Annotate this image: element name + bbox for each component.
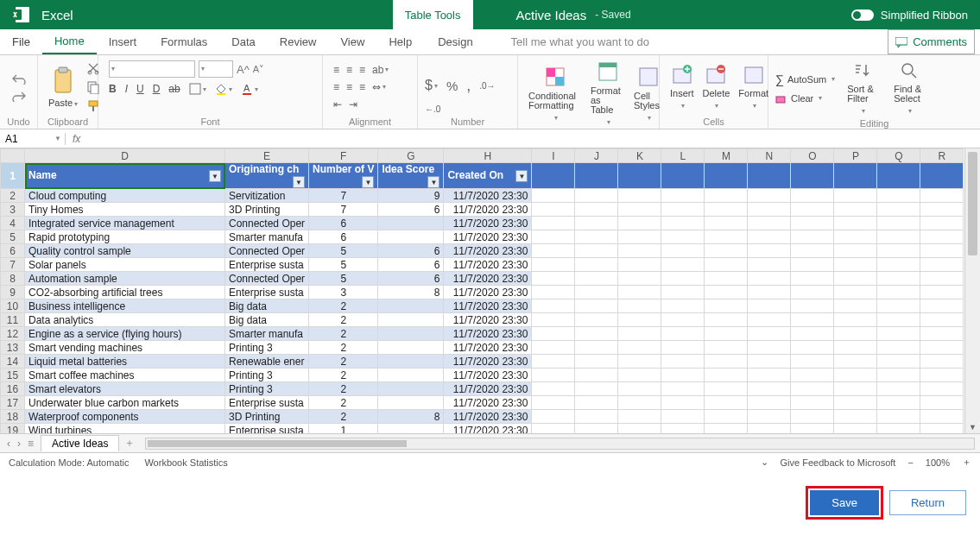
cell[interactable] — [661, 313, 705, 327]
name-box[interactable]: A1▼ — [0, 133, 66, 145]
cell[interactable] — [532, 355, 575, 369]
row-header[interactable]: 13 — [1, 341, 25, 355]
cell-name[interactable]: Automation sample — [25, 272, 225, 286]
cell[interactable] — [705, 341, 748, 355]
paste-button[interactable]: Paste — [45, 65, 81, 110]
tab-view[interactable]: View — [328, 29, 376, 54]
cell[interactable] — [532, 163, 575, 189]
cell[interactable] — [877, 369, 920, 382]
cell[interactable] — [532, 410, 575, 424]
cell[interactable] — [661, 424, 705, 434]
cell[interactable] — [834, 189, 877, 203]
tab-help[interactable]: Help — [376, 29, 424, 54]
tab-data[interactable]: Data — [219, 29, 267, 54]
align-middle-button[interactable]: ≡ — [346, 64, 352, 76]
cell[interactable] — [834, 272, 877, 286]
tab-home[interactable]: Home — [42, 29, 97, 54]
filter-icon[interactable]: ▼ — [293, 176, 305, 188]
cell[interactable] — [791, 189, 834, 203]
autosum-button[interactable]: ∑AutoSum — [775, 72, 835, 86]
cell[interactable] — [834, 244, 877, 258]
cell[interactable] — [661, 163, 705, 189]
align-bottom-button[interactable]: ≡ — [359, 64, 365, 76]
cell[interactable] — [532, 424, 575, 434]
cell-name[interactable]: Solar panels — [25, 258, 225, 272]
cell-votes[interactable]: 5 — [309, 258, 378, 272]
row-header[interactable]: 1 — [1, 163, 25, 189]
cell[interactable] — [705, 382, 748, 396]
increase-font-button[interactable]: A^ — [237, 60, 250, 78]
cell[interactable] — [618, 382, 661, 396]
cell[interactable] — [748, 396, 791, 410]
cell-name[interactable]: CO2-absorbing artificial trees — [25, 286, 225, 299]
cell[interactable] — [748, 382, 791, 396]
increase-indent-button[interactable]: ⇥ — [349, 98, 357, 110]
conditional-formatting-button[interactable]: Conditional Formatting — [525, 64, 585, 123]
cell[interactable] — [532, 189, 575, 203]
cell[interactable] — [877, 163, 920, 189]
cell[interactable] — [532, 369, 575, 382]
cell[interactable] — [920, 189, 964, 203]
cell[interactable] — [575, 299, 618, 313]
sheet-tab-active[interactable]: Active Ideas — [41, 435, 119, 451]
cell[interactable] — [618, 410, 661, 424]
cell[interactable] — [705, 410, 748, 424]
font-color-button[interactable]: A — [241, 83, 258, 95]
italic-button[interactable]: I — [125, 83, 128, 95]
cell-name[interactable]: Waterproof components — [25, 410, 225, 424]
format-cells-button[interactable]: Format — [735, 62, 772, 111]
cell[interactable] — [532, 258, 575, 272]
cell[interactable] — [791, 230, 834, 244]
cell-votes[interactable]: 2 — [309, 327, 378, 341]
cell-score[interactable]: 8 — [378, 410, 444, 424]
cell[interactable] — [618, 189, 661, 203]
cell[interactable] — [748, 286, 791, 299]
cell-votes[interactable]: 7 — [309, 189, 378, 203]
document-title[interactable]: Active Ideas — [516, 8, 587, 22]
cell[interactable] — [618, 396, 661, 410]
row-header[interactable]: 6 — [1, 244, 25, 258]
workbook-stats-button[interactable]: Workbook Statistics — [144, 457, 227, 468]
cell-orig[interactable]: Connected Oper — [225, 272, 309, 286]
cell-name[interactable]: Engine as a service (flying hours) — [25, 327, 225, 341]
tab-formulas[interactable]: Formulas — [149, 29, 219, 54]
sheet-next-button[interactable]: › — [17, 438, 21, 450]
cell[interactable] — [661, 230, 705, 244]
cell[interactable] — [618, 258, 661, 272]
cell[interactable] — [532, 244, 575, 258]
cell-score[interactable]: 6 — [378, 203, 444, 217]
cell[interactable] — [705, 286, 748, 299]
cell-votes[interactable]: 2 — [309, 382, 378, 396]
cell[interactable] — [791, 327, 834, 341]
cell-orig[interactable]: Enterprise susta — [225, 424, 309, 434]
cell-votes[interactable]: 2 — [309, 355, 378, 369]
cell[interactable] — [618, 244, 661, 258]
cell-votes[interactable]: 2 — [309, 341, 378, 355]
align-center-button[interactable]: ≡ — [346, 81, 352, 93]
cell[interactable] — [575, 258, 618, 272]
cell-score[interactable] — [378, 341, 444, 355]
cell-votes[interactable]: 2 — [309, 299, 378, 313]
cell[interactable] — [748, 189, 791, 203]
decrease-font-button[interactable]: A˅ — [253, 60, 264, 78]
cell-created[interactable]: 11/7/2020 23:30 — [444, 244, 532, 258]
cell-votes[interactable]: 6 — [309, 217, 378, 230]
cell[interactable] — [920, 272, 964, 286]
cell-score[interactable] — [378, 396, 444, 410]
cell[interactable] — [575, 355, 618, 369]
cell[interactable] — [877, 382, 920, 396]
tab-design[interactable]: Design — [424, 29, 486, 54]
cell[interactable] — [532, 341, 575, 355]
cell[interactable] — [705, 355, 748, 369]
cell[interactable] — [532, 382, 575, 396]
cell-created[interactable]: 11/7/2020 23:30 — [444, 369, 532, 382]
cell[interactable] — [834, 217, 877, 230]
cell-votes[interactable]: 3 — [309, 286, 378, 299]
cell[interactable] — [575, 327, 618, 341]
cell[interactable] — [748, 230, 791, 244]
cell-orig[interactable]: Printing 3 — [225, 369, 309, 382]
cell-orig[interactable]: Enterprise susta — [225, 286, 309, 299]
decrease-decimal-button[interactable]: ←.0 — [425, 104, 440, 114]
table-header-cell[interactable]: Originating ch▼ — [225, 163, 309, 189]
cell[interactable] — [920, 327, 964, 341]
